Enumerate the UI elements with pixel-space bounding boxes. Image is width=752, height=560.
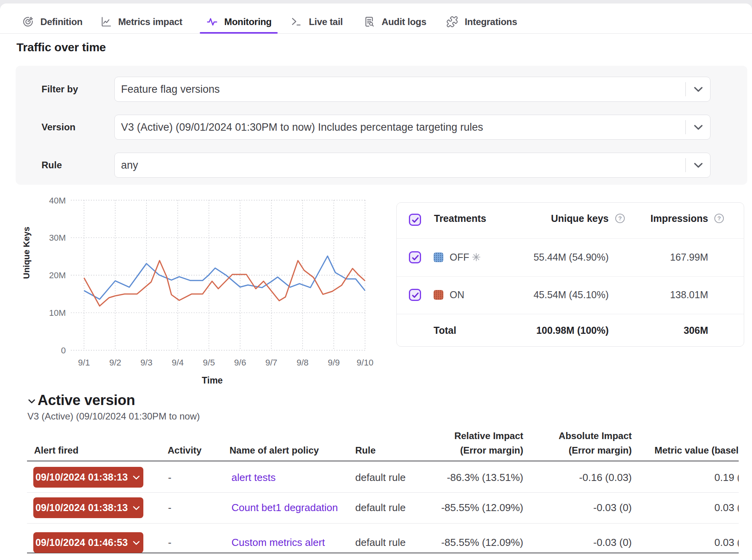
svg-text:10M: 10M bbox=[49, 308, 66, 318]
svg-text:20M: 20M bbox=[49, 270, 66, 280]
svg-text:9/6: 9/6 bbox=[234, 358, 246, 367]
svg-text:9/9: 9/9 bbox=[328, 358, 340, 367]
svg-text:9/5: 9/5 bbox=[203, 358, 215, 367]
svg-text:?: ? bbox=[717, 215, 721, 221]
svg-text:Time: Time bbox=[202, 375, 222, 385]
svg-text:9/2: 9/2 bbox=[109, 358, 121, 367]
svg-text:9/7: 9/7 bbox=[266, 358, 278, 367]
svg-text:?: ? bbox=[618, 215, 622, 221]
svg-text:9/3: 9/3 bbox=[141, 358, 153, 367]
svg-text:9/10: 9/10 bbox=[357, 358, 374, 367]
svg-text:Unique Keys: Unique Keys bbox=[22, 227, 31, 279]
svg-text:40M: 40M bbox=[49, 196, 66, 205]
svg-text:9/8: 9/8 bbox=[296, 358, 309, 367]
svg-text:30M: 30M bbox=[49, 233, 66, 243]
svg-text:0: 0 bbox=[61, 346, 66, 355]
svg-text:9/1: 9/1 bbox=[78, 358, 90, 367]
svg-text:9/4: 9/4 bbox=[172, 358, 184, 367]
